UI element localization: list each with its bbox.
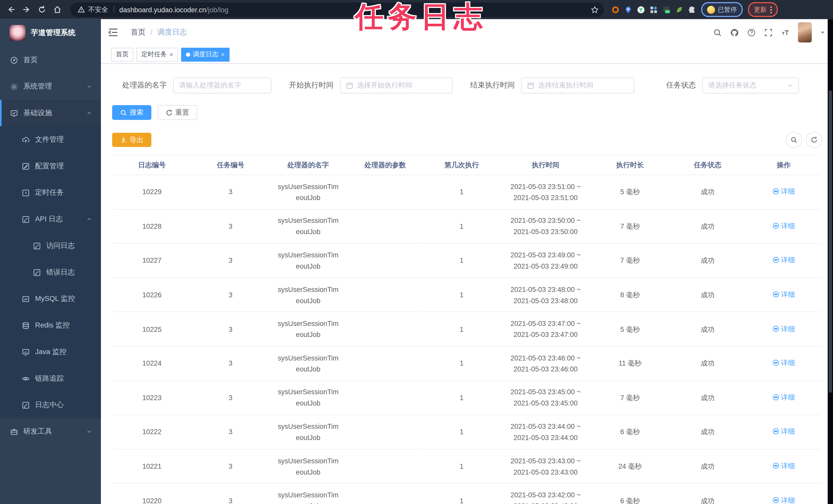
sidebar-logo[interactable]: 芋道管理系统 xyxy=(0,19,101,47)
cell-actions: 详细 xyxy=(746,483,821,504)
sidebar-item-4[interactable]: 配置管理 xyxy=(0,153,101,179)
cell-log-id: 10228 xyxy=(112,209,192,244)
search-icon[interactable] xyxy=(713,28,722,37)
export-button[interactable]: 导出 xyxy=(112,133,151,147)
sidebar-item-13[interactable]: 日志中心 xyxy=(0,392,101,418)
detail-link-label: 详细 xyxy=(781,220,795,231)
page-scrollbar[interactable] xyxy=(828,19,833,504)
bookmark-star-icon[interactable] xyxy=(591,6,599,14)
user-avatar[interactable] xyxy=(798,22,812,43)
view-detail-eye-icon xyxy=(772,188,779,195)
sidebar-item-0[interactable]: 首页 xyxy=(0,47,101,73)
sidebar-item-2[interactable]: 基础设施 xyxy=(0,100,101,126)
table-header-row: 日志编号任务编号处理器的名字处理器的参数第几次执行执行时间执行时长任务状态操作 xyxy=(112,155,821,175)
home-icon[interactable] xyxy=(53,5,62,14)
close-tab-icon[interactable]: × xyxy=(169,51,173,57)
cell-log-id: 10220 xyxy=(112,483,192,504)
handler-name-input[interactable]: 请输入处理器的名字 xyxy=(173,77,271,93)
cell-actions: 详细 xyxy=(746,449,821,483)
breadcrumb-home[interactable]: 首页 xyxy=(130,28,145,37)
reset-button[interactable]: 重置 xyxy=(158,105,197,120)
view-detail-eye-icon xyxy=(772,325,779,332)
cell-handler-param xyxy=(347,244,424,278)
view-detail-eye-icon xyxy=(772,222,779,229)
help-icon[interactable] xyxy=(747,28,756,37)
grid-extension-icon[interactable] xyxy=(650,6,658,14)
detail-link[interactable]: 详细 xyxy=(772,357,794,369)
forward-icon[interactable] xyxy=(22,5,31,14)
kebab-menu-icon[interactable] xyxy=(770,6,772,13)
detail-link[interactable]: 详细 xyxy=(772,255,794,266)
detail-link[interactable]: 详细 xyxy=(772,186,794,197)
blue-pin-extension-icon[interactable] xyxy=(624,6,632,14)
datetime-picker-input[interactable]: 选择结束执行时间 xyxy=(521,77,634,93)
sidebar-item-9[interactable]: MySQL 监控 xyxy=(0,285,101,312)
filter-label: 处理器的名字 xyxy=(112,81,173,90)
cell-log-id: 10222 xyxy=(112,415,192,449)
cell-task-id: 3 xyxy=(192,244,269,278)
cell-execute-round: 1 xyxy=(423,483,500,504)
reload-icon[interactable] xyxy=(38,5,46,14)
cell-execute-time: 2021-05-03 23:42:00 ~2021-05-03 23:42:00 xyxy=(500,483,591,504)
chevron-down-icon xyxy=(86,83,92,90)
url-host[interactable]: dashboard.yudao.iocoder.cn xyxy=(119,6,206,14)
search-button[interactable]: 搜索 xyxy=(112,105,151,120)
cell-log-id: 10227 xyxy=(112,244,192,278)
tab-首页[interactable]: 首页 xyxy=(111,48,134,61)
on-badge-extension-icon[interactable]: on xyxy=(663,6,670,14)
cell-handler-name: sysUserSessionTimeoutJob xyxy=(269,483,347,504)
font-size-icon[interactable] xyxy=(781,28,790,37)
sidebar-item-10[interactable]: Redis 监控 xyxy=(0,312,101,339)
detail-link[interactable]: 详细 xyxy=(772,392,794,403)
detail-link[interactable]: 详细 xyxy=(772,495,794,504)
sidebar-item-12[interactable]: 链路追踪 xyxy=(0,365,101,392)
cell-handler-name: sysUserSessionTimeoutJob xyxy=(269,209,347,244)
fullscreen-icon[interactable] xyxy=(764,28,773,37)
page-content: 处理器的名字请输入处理器的名字开始执行时间选择开始执行时间结束执行时间选择结束执… xyxy=(101,64,833,504)
toggle-search-button[interactable] xyxy=(786,132,802,148)
security-label[interactable]: 不安全 xyxy=(88,5,108,14)
sidebar-item-8[interactable]: 错误日志 xyxy=(0,259,101,285)
sidebar-item-3[interactable]: 文件管理 xyxy=(0,126,101,153)
datetime-picker-input[interactable]: 选择开始执行时间 xyxy=(340,77,453,93)
back-icon[interactable] xyxy=(7,5,15,14)
refresh-table-button[interactable] xyxy=(806,132,822,148)
navbar-actions xyxy=(713,22,833,43)
address-bar[interactable]: 不安全 dashboard.yudao.iocoder.cn/job/log xyxy=(70,2,604,17)
sidebar-item-7[interactable]: 访问日志 xyxy=(0,232,101,259)
export-button-label: 导出 xyxy=(129,135,143,145)
caret-down-icon[interactable] xyxy=(820,29,826,35)
green-y-extension-icon[interactable] xyxy=(637,6,645,14)
leaf-extension-icon[interactable] xyxy=(675,6,683,14)
cell-log-id: 10229 xyxy=(112,175,192,209)
sidebar-item-11[interactable]: Java 监控 xyxy=(0,339,101,366)
main-area: 首页 / 调度日志 首页定时任务×调度日志× 处理器的名字请输入处理器的名字开始… xyxy=(101,19,833,504)
sidebar-item-6[interactable]: API 日志 xyxy=(0,206,101,232)
collapse-sidebar-icon[interactable] xyxy=(108,28,118,36)
detail-link[interactable]: 详细 xyxy=(772,460,794,472)
cell-handler-param xyxy=(347,209,424,244)
detail-link[interactable]: 详细 xyxy=(772,289,794,300)
scrollbar-thumb[interactable] xyxy=(829,90,832,393)
browser-profile-chip[interactable]: 已暂停 xyxy=(701,2,743,17)
job-status-select[interactable]: 请选择任务状态 xyxy=(703,77,799,93)
sidebar-item-1[interactable]: 系统管理 xyxy=(0,73,101,100)
puzzle-extensions-icon[interactable] xyxy=(688,6,696,14)
tab-定时任务[interactable]: 定时任务× xyxy=(137,48,178,61)
github-icon[interactable] xyxy=(730,28,739,37)
cell-log-id: 10221 xyxy=(112,449,192,483)
search-button-label: 搜索 xyxy=(129,108,143,117)
tab-调度日志[interactable]: 调度日志× xyxy=(181,48,230,61)
browser-update-chip[interactable]: 更新 xyxy=(748,2,778,17)
url-path[interactable]: /job/log xyxy=(206,6,229,14)
active-tab-dot xyxy=(186,52,190,56)
detail-link[interactable]: 详细 xyxy=(772,426,794,437)
close-tab-icon[interactable]: × xyxy=(221,51,225,57)
detail-link[interactable]: 详细 xyxy=(772,220,794,231)
detail-link[interactable]: 详细 xyxy=(772,323,794,334)
orange-extension-icon[interactable] xyxy=(612,6,619,14)
log-icon xyxy=(22,401,30,409)
sidebar-item-5[interactable]: 定时任务 xyxy=(0,179,101,206)
sidebar-item-14[interactable]: 研发工具 xyxy=(0,418,101,445)
column-header-5: 执行时间 xyxy=(500,155,591,175)
